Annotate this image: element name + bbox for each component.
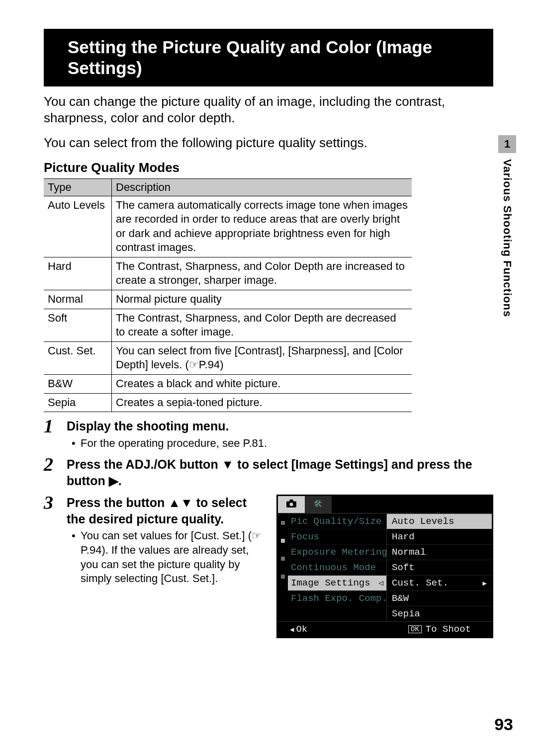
setup-tab-icon: 🛠 bbox=[305, 496, 332, 513]
step-heading: Press the ADJ./OK button ▼ to select [Im… bbox=[67, 456, 493, 489]
manual-page: Setting the Picture Quality and Color (I… bbox=[0, 0, 537, 638]
right-arrow-icon: ▶ bbox=[109, 474, 118, 488]
option-item: Normal bbox=[387, 544, 492, 560]
table-row: SepiaCreates a sepia-toned picture. bbox=[44, 393, 412, 412]
option-highlighted: Auto Levels bbox=[387, 513, 492, 529]
wrench-icon: 🛠 bbox=[314, 500, 323, 509]
left-caret-icon bbox=[378, 579, 383, 588]
table-row: B&WCreates a black and white picture. bbox=[44, 375, 412, 394]
step-1: 1 Display the shooting menu. For the ope… bbox=[44, 418, 493, 450]
scroll-marker-icon bbox=[281, 575, 285, 579]
step-number-icon: 1 bbox=[44, 415, 53, 437]
scroll-marker-icon bbox=[281, 557, 285, 561]
table-row: NormalNormal picture quality bbox=[44, 290, 412, 309]
option-item: Cust. Set. bbox=[387, 575, 492, 590]
step-heading: Press the button ▲▼ to select the desire… bbox=[67, 495, 268, 527]
table-row: SoftThe Contrast, Sharpness, and Color D… bbox=[44, 309, 412, 341]
option-item: Soft bbox=[387, 560, 492, 575]
menu-item: Continuous Mode bbox=[288, 560, 386, 575]
intro-paragraph-2: You can select from the following pictur… bbox=[44, 135, 493, 151]
chapter-number-badge: 1 bbox=[498, 135, 516, 153]
step-number-icon: 2 bbox=[44, 453, 53, 475]
left-arrow-icon bbox=[290, 624, 296, 635]
menu-item-selected: Image Settings bbox=[288, 575, 386, 590]
menu-item: Exposure Metering bbox=[288, 544, 386, 560]
step-heading: Display the shooting menu. bbox=[67, 418, 493, 434]
camera-lcd-preview: 🛠 bbox=[276, 495, 493, 638]
option-item: Sepia bbox=[387, 606, 492, 621]
table-heading: Picture Quality Modes bbox=[44, 160, 493, 175]
section-title: Setting the Picture Quality and Color (I… bbox=[44, 29, 493, 86]
menu-item: Flash Expo. Comp. bbox=[288, 590, 386, 606]
lcd-footer: Ok OKTo Shoot bbox=[278, 621, 492, 637]
menu-item: Focus bbox=[288, 529, 386, 544]
lcd-tabs: 🛠 bbox=[278, 496, 492, 513]
menu-item: Pic Quality/Size bbox=[288, 513, 386, 529]
step-number-icon: 3 bbox=[44, 492, 53, 513]
step-note: You can set values for [Cust. Set.] (☞P.… bbox=[67, 529, 268, 586]
col-description: Description bbox=[112, 178, 412, 196]
camera-tab-icon bbox=[278, 496, 305, 513]
step-3: 3 Press the button ▲▼ to select the desi… bbox=[44, 495, 493, 638]
svg-rect-1 bbox=[289, 500, 293, 502]
table-row: Auto LevelsThe camera automatically corr… bbox=[44, 196, 412, 257]
scroll-marker-icon bbox=[281, 521, 285, 525]
option-item: B&W bbox=[387, 590, 492, 606]
step-2: 2 Press the ADJ./OK button ▼ to select [… bbox=[44, 456, 493, 489]
table-row: HardThe Contrast, Sharpness, and Color D… bbox=[44, 257, 412, 290]
right-caret-icon bbox=[483, 579, 487, 588]
lcd-menu-list: Pic Quality/Size Focus Exposure Metering… bbox=[278, 513, 386, 621]
steps-list: 1 Display the shooting menu. For the ope… bbox=[44, 418, 493, 638]
step-note: For the operating procedure, see P.81. bbox=[67, 436, 493, 451]
chapter-title-vertical: Various Shooting Functions bbox=[501, 159, 514, 317]
chapter-tab: 1 Various Shooting Functions bbox=[498, 135, 516, 317]
page-number: 93 bbox=[494, 715, 513, 734]
svg-point-2 bbox=[289, 503, 293, 506]
lcd-option-list: Auto Levels Hard Normal Soft Cust. Set. … bbox=[386, 513, 492, 621]
picture-quality-table: Type Description Auto LevelsThe camera a… bbox=[44, 178, 412, 413]
up-down-arrow-icon: ▲▼ bbox=[168, 496, 193, 509]
intro-paragraph-1: You can change the picture quality of an… bbox=[44, 93, 493, 126]
camera-icon bbox=[286, 499, 297, 510]
scroll-marker-icon bbox=[281, 539, 285, 543]
option-item: Hard bbox=[387, 529, 492, 544]
down-arrow-icon: ▼ bbox=[222, 457, 234, 471]
col-type: Type bbox=[44, 178, 112, 196]
ok-button-icon: OK bbox=[408, 625, 422, 633]
table-row: Cust. Set.You can select from five [Cont… bbox=[44, 341, 412, 374]
